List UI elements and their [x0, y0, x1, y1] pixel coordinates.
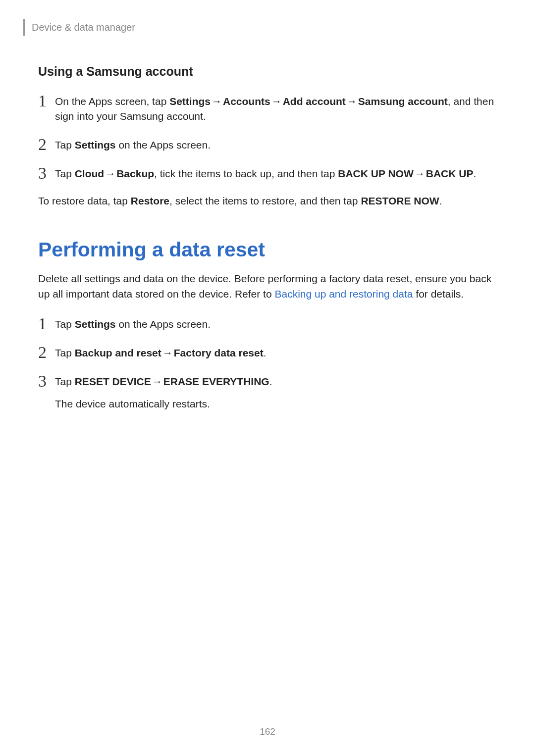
- bold-text: Backup and reset: [75, 347, 161, 358]
- restore-paragraph: To restore data, tap Restore, select the…: [38, 194, 497, 208]
- text: .: [269, 376, 272, 387]
- bold-text: Accounts: [223, 96, 270, 107]
- bold-text: BACK UP: [426, 168, 474, 179]
- breadcrumb-divider: [23, 19, 25, 36]
- text: , tick the items to back up, and then ta…: [154, 168, 338, 179]
- text: for details.: [413, 288, 464, 300]
- step-content: Tap Settings on the Apps screen.: [55, 136, 211, 153]
- page-number: 162: [0, 726, 535, 737]
- text: On the Apps screen, tap: [55, 96, 169, 107]
- text: , select the items to restore, and then …: [169, 195, 361, 206]
- bold-text: RESET DEVICE: [75, 376, 151, 387]
- bold-text: Restore: [131, 195, 169, 206]
- arrow-icon: →: [347, 96, 357, 107]
- arrow-icon: →: [105, 168, 115, 179]
- arrow-icon: →: [152, 376, 162, 387]
- text: on the Apps screen.: [116, 139, 211, 151]
- text: Tap: [55, 168, 75, 179]
- intro-paragraph: Delete all settings and data on the devi…: [38, 271, 497, 302]
- bold-text: Factory data reset: [174, 347, 264, 358]
- link-backing-up[interactable]: Backing up and restoring data: [274, 288, 413, 300]
- step-1: 1 On the Apps screen, tap Settings→Accou…: [38, 93, 497, 124]
- step-content: Tap Backup and reset→Factory data reset.: [55, 344, 267, 361]
- step-content: On the Apps screen, tap Settings→Account…: [55, 93, 497, 124]
- arrow-icon: →: [162, 347, 173, 358]
- step-content: Tap RESET DEVICE→ERASE EVERYTHING. The d…: [55, 373, 272, 411]
- bold-text: BACK UP NOW: [338, 168, 413, 179]
- bold-text: Add account: [283, 96, 346, 107]
- step-number: 1: [38, 93, 53, 124]
- step-number: 3: [38, 373, 53, 411]
- text: .: [439, 195, 442, 206]
- arrow-icon: →: [415, 168, 425, 179]
- text: Tap: [55, 318, 75, 330]
- reset-step-3: 3 Tap RESET DEVICE→ERASE EVERYTHING. The…: [38, 373, 497, 411]
- section-title-data-reset: Performing a data reset: [38, 238, 497, 261]
- bold-text: Backup: [116, 168, 154, 179]
- subsection-title-samsung-account: Using a Samsung account: [38, 64, 497, 79]
- step-number: 1: [38, 315, 53, 332]
- step-number: 3: [38, 165, 53, 182]
- arrow-icon: →: [271, 96, 282, 107]
- step-content: Tap Settings on the Apps screen.: [55, 315, 211, 332]
- step-3: 3 Tap Cloud→Backup, tick the items to ba…: [38, 165, 497, 182]
- step-number: 2: [38, 136, 53, 153]
- step-number: 2: [38, 344, 53, 361]
- bold-text: Settings: [75, 139, 116, 151]
- text: .: [473, 168, 476, 179]
- reset-step-1: 1 Tap Settings on the Apps screen.: [38, 315, 497, 332]
- step-content: Tap Cloud→Backup, tick the items to back…: [55, 165, 476, 182]
- bold-text: ERASE EVERYTHING: [163, 376, 269, 387]
- text: Tap: [55, 139, 75, 151]
- text: Tap: [55, 347, 75, 358]
- breadcrumb: Device & data manager: [32, 22, 135, 33]
- follow-text: The device automatically restarts.: [55, 397, 272, 411]
- reset-step-2: 2 Tap Backup and reset→Factory data rese…: [38, 344, 497, 361]
- breadcrumb-container: Device & data manager: [23, 19, 497, 36]
- bold-text: RESTORE NOW: [361, 195, 439, 206]
- bold-text: Cloud: [75, 168, 104, 179]
- text: on the Apps screen.: [116, 318, 211, 330]
- text: .: [264, 347, 267, 358]
- page-content: Device & data manager Using a Samsung ac…: [0, 0, 535, 411]
- bold-text: Samsung account: [358, 96, 448, 107]
- text: Tap: [55, 376, 75, 387]
- arrow-icon: →: [212, 96, 222, 107]
- bold-text: Settings: [169, 96, 211, 107]
- text: To restore data, tap: [38, 195, 131, 206]
- step-2: 2 Tap Settings on the Apps screen.: [38, 136, 497, 153]
- bold-text: Settings: [75, 318, 116, 330]
